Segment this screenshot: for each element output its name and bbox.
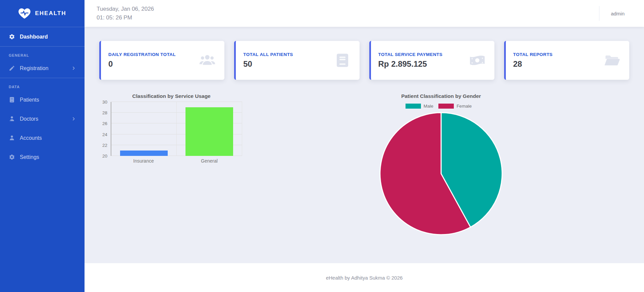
folder-open-icon	[604, 52, 621, 69]
legend-item-male: Male	[406, 104, 438, 109]
pie-svg-wrap	[379, 111, 503, 237]
charts-row: Classification by Service Usage 20222426…	[99, 93, 629, 237]
sidebar-item-label: Accounts	[20, 135, 42, 141]
pie-chart-column: Patient Classification by Gender MaleFem…	[244, 93, 629, 237]
sidebar-item-doctors[interactable]: Doctors	[0, 109, 85, 128]
app-window: EHEALTH Dashboard GENERAL Registration D…	[0, 0, 644, 292]
card-label: TOTAL REPORTS	[513, 52, 553, 57]
bar-chart-plot	[111, 102, 242, 156]
legend-label: Male	[424, 104, 433, 109]
current-date: Tuesday, Jan 06, 2026	[97, 5, 154, 13]
legend-item-female: Female	[438, 104, 477, 109]
x-axis-label: General	[176, 158, 242, 164]
card-label: DAILY REGISTRATION TOTAL	[108, 52, 176, 57]
x-axis-label: Insurance	[111, 158, 176, 164]
sidebar-item-settings[interactable]: Settings	[0, 148, 85, 167]
sidebar-item-patients[interactable]: Patients	[0, 90, 85, 109]
footer: eHealth by Adhitya Sukma © 2026	[85, 263, 644, 292]
bar-cell	[111, 102, 177, 156]
footer-text: eHealth by Adhitya Sukma © 2026	[326, 275, 403, 281]
card-value: Rp 2.895.125	[378, 59, 443, 69]
card-value: 0	[108, 59, 176, 69]
bar-general	[185, 107, 233, 156]
sidebar-item-accounts[interactable]: Accounts	[0, 128, 85, 148]
y-axis-tick-label: 26	[102, 121, 107, 126]
gear-icon	[9, 154, 15, 160]
card-label: TOTAL SERVICE PAYMENTS	[378, 52, 443, 57]
sidebar: EHEALTH Dashboard GENERAL Registration D…	[0, 0, 85, 292]
doctor-icon	[9, 116, 15, 122]
heart-pulse-logo-icon	[18, 8, 31, 19]
legend-swatch	[406, 104, 421, 109]
sidebar-section-data: DATA	[0, 78, 85, 90]
topbar: Tuesday, Jan 06, 2026 01: 05: 26 PM admi…	[85, 0, 644, 27]
bar-insurance	[120, 151, 168, 156]
legend-label: Female	[457, 104, 472, 109]
sidebar-item-label: Doctors	[20, 116, 38, 122]
sidebar-item-dashboard[interactable]: Dashboard	[0, 27, 85, 46]
pie-svg	[379, 111, 503, 236]
sidebar-item-label: Registration	[20, 65, 48, 71]
current-time: 01: 05: 26 PM	[97, 13, 154, 22]
y-axis-tick-label: 24	[102, 132, 107, 137]
brand: EHEALTH	[0, 0, 85, 27]
card-value: 50	[243, 59, 293, 69]
service-usage-bar-chart: Classification by Service Usage 20222426…	[99, 93, 244, 164]
sidebar-section-general: GENERAL	[0, 47, 85, 59]
bar-chart-xlabels: InsuranceGeneral	[111, 158, 242, 164]
y-axis-tick-label: 30	[102, 100, 107, 105]
brand-title: EHEALTH	[35, 10, 66, 17]
y-axis-tick-label: 22	[102, 142, 107, 148]
bar-chart-yticks: 202224262830	[99, 102, 111, 156]
y-axis-tick-label: 20	[102, 154, 107, 159]
money-icon	[469, 52, 486, 69]
book-icon	[9, 97, 15, 103]
sidebar-item-registration[interactable]: Registration	[0, 59, 85, 78]
book-icon	[334, 52, 351, 69]
dashboard-content: DAILY REGISTRATION TOTAL 0 TOTAL ALL PAT…	[85, 27, 644, 263]
sidebar-item-label: Settings	[20, 154, 39, 160]
bar-chart-title: Classification by Service Usage	[99, 93, 244, 99]
gender-pie-chart: Patient Classification by Gender MaleFem…	[379, 93, 503, 237]
bar-cell	[177, 102, 242, 156]
card-total-patients: TOTAL ALL PATIENTS 50	[234, 41, 359, 80]
user-icon	[9, 135, 15, 141]
pie-legend: MaleFemale	[406, 104, 477, 109]
pie-chart-title: Patient Classification by Gender	[401, 93, 481, 99]
datetime: Tuesday, Jan 06, 2026 01: 05: 26 PM	[97, 5, 154, 22]
chevron-right-icon	[71, 117, 76, 121]
chevron-right-icon	[71, 66, 76, 70]
sidebar-item-label: Patients	[20, 97, 39, 103]
card-label: TOTAL ALL PATIENTS	[243, 52, 293, 57]
card-service-payments: TOTAL SERVICE PAYMENTS Rp 2.895.125	[369, 41, 494, 80]
topbar-divider	[599, 6, 599, 21]
users-icon	[199, 52, 216, 69]
card-daily-registration: DAILY REGISTRATION TOTAL 0	[99, 41, 224, 80]
stat-cards-row: DAILY REGISTRATION TOTAL 0 TOTAL ALL PAT…	[99, 41, 629, 80]
legend-swatch	[438, 104, 454, 109]
user-menu[interactable]: admin	[611, 11, 625, 16]
gear-icon	[9, 34, 15, 40]
y-axis-tick-label: 28	[102, 110, 107, 115]
sidebar-item-label: Dashboard	[20, 34, 48, 40]
bar-chart-cells	[111, 102, 242, 156]
card-total-reports: TOTAL REPORTS 28	[504, 41, 629, 80]
pencil-icon	[9, 65, 15, 71]
card-value: 28	[513, 59, 553, 69]
